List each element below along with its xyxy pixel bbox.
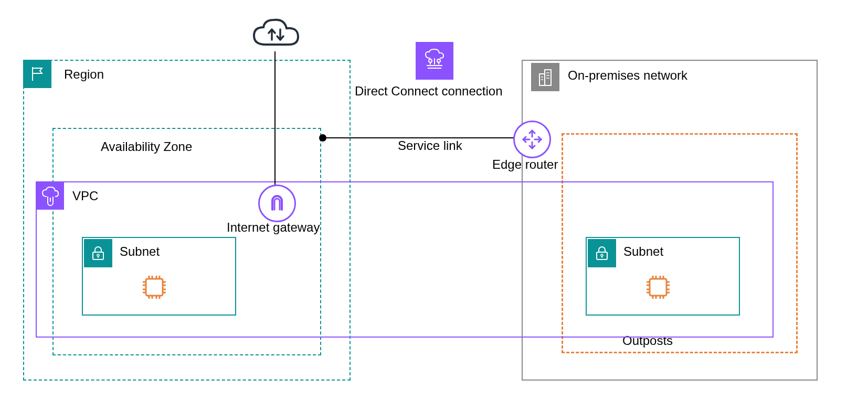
svg-point-52 [429, 59, 432, 62]
subnet-right-label: Subnet [623, 244, 663, 259]
svg-rect-12 [146, 279, 163, 296]
region-icon [23, 60, 51, 88]
svg-point-53 [437, 59, 440, 62]
on-premises-label: On-premises network [568, 68, 687, 83]
svg-rect-29 [597, 252, 607, 259]
on-premises-icon [531, 63, 559, 91]
direct-connect-icon [416, 42, 453, 80]
subnet-right-icon [588, 239, 616, 267]
svg-rect-9 [93, 252, 103, 259]
internet-gateway-icon [258, 185, 296, 222]
region-label: Region [64, 67, 104, 82]
diagram-stage: Region Availability Zone On-premises net… [0, 0, 868, 412]
igw-to-cloud-line [274, 51, 276, 186]
svg-point-10 [97, 254, 99, 256]
availability-zone-label: Availability Zone [101, 139, 192, 154]
subnet-left-icon [84, 239, 112, 267]
svg-rect-32 [650, 279, 666, 296]
svg-rect-2 [545, 70, 551, 85]
edge-router-label: Edge router [492, 157, 558, 172]
vpc-icon [36, 181, 64, 210]
internet-gateway-label: Internet gateway [227, 220, 320, 235]
vpc-label: VPC [72, 189, 98, 203]
ec2-instance-left-icon [140, 273, 169, 302]
svg-point-30 [601, 254, 603, 256]
subnet-left-label: Subnet [120, 244, 160, 259]
edge-router-icon [513, 121, 551, 158]
service-link-label: Service link [398, 138, 462, 153]
ec2-instance-right-icon [643, 273, 673, 302]
direct-connect-label: Direct Connect connection [355, 84, 502, 99]
internet-cloud-icon [250, 16, 302, 52]
